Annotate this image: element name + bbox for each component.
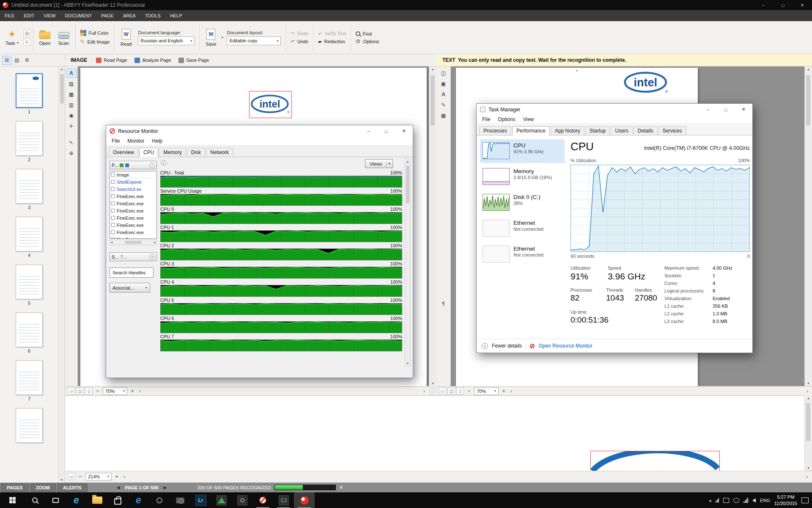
tab-details[interactable]: Details [634, 126, 658, 135]
document-language-select[interactable]: Russian and English▾ [138, 36, 195, 45]
sidebar-item-memory[interactable]: Memory2.8/15.9 GB (18%) [480, 165, 565, 189]
page-thumbnail[interactable] [16, 312, 43, 347]
process-checkbox[interactable] [111, 180, 115, 184]
alerts-tab-button[interactable]: ALERTS [57, 483, 88, 492]
scroll-down-icon[interactable]: ▾ [61, 478, 63, 482]
minimize-button[interactable]: − [754, 0, 773, 10]
cancel-recognition-button[interactable]: ✕ [339, 485, 343, 490]
menu-file[interactable]: File [478, 116, 494, 122]
maximize-button[interactable]: □ [377, 125, 395, 137]
tab-memory[interactable]: Memory [159, 148, 186, 157]
taskbar-internet-explorer[interactable]: e [128, 492, 149, 508]
actual-size-button[interactable]: ▯ [85, 387, 93, 395]
scrollbar-thumb[interactable] [406, 166, 409, 204]
page-thumbnail[interactable] [16, 265, 43, 299]
image-area-tool[interactable]: ▨ [66, 79, 77, 88]
process-row[interactable]: FineExec.exe [110, 229, 156, 236]
task-history-button[interactable]: ↻ [23, 39, 31, 46]
text-area-tool[interactable]: A [66, 69, 77, 78]
start-button[interactable] [0, 492, 25, 508]
editor-scrollbar[interactable]: ▴ ▾ [804, 395, 812, 471]
scroll-left-icon[interactable]: ‹ [510, 388, 512, 394]
taskbar-search-button[interactable] [25, 492, 45, 508]
tab-services[interactable]: Services [658, 126, 686, 135]
scroll-up-icon[interactable]: ▴ [61, 67, 63, 71]
options-button[interactable]: ⚙Options [353, 38, 382, 45]
text-zoom-select[interactable]: 70%▾ [474, 387, 499, 395]
process-row[interactable]: SearchUI.ex [110, 185, 156, 193]
resource-monitor-window[interactable]: Resource Monitor − □ ✕ File Monitor Help… [106, 125, 413, 378]
page-thumbnail[interactable] [16, 217, 43, 251]
find-button[interactable]: Find [353, 30, 382, 38]
menu-page[interactable]: PAGE [96, 13, 118, 18]
page-thumbnail-8-partial[interactable] [0, 408, 58, 443]
scroll-up-icon[interactable]: ▴ [807, 396, 809, 400]
menu-options[interactable]: Options [494, 116, 519, 122]
scroll-right-icon[interactable]: › [807, 388, 808, 394]
processes-section-header[interactable]: P... ∧ [110, 161, 157, 169]
page-thumbnail-5[interactable]: 5 [0, 265, 58, 306]
taskbar-file-explorer[interactable] [87, 492, 107, 508]
document-layout-select[interactable]: Editable copy▾ [227, 36, 281, 45]
menu-file[interactable]: FILE [0, 13, 19, 18]
taskbar-resource-monitor[interactable] [252, 492, 273, 508]
scroll-up-icon[interactable]: ▴ [407, 160, 409, 163]
undo-button[interactable]: ↶Undo [288, 38, 311, 46]
text-editor-pane[interactable] [65, 395, 804, 471]
resmon-titlebar[interactable]: Resource Monitor − □ ✕ [106, 125, 413, 137]
security-icon[interactable] [723, 498, 729, 503]
menu-tools[interactable]: TOOLS [140, 13, 165, 18]
graph-panel-toggle[interactable]: ▸ [161, 160, 167, 166]
menu-file[interactable]: File [108, 138, 123, 144]
tab-cpu[interactable]: CPU [139, 148, 158, 157]
sidebar-item-ethernet-1[interactable]: EthernetNot connected [480, 217, 565, 240]
select-tool[interactable]: ↖ [66, 138, 77, 147]
pages-tab-button[interactable]: PAGES [1, 483, 29, 492]
scrollbar-thumb[interactable] [806, 75, 810, 126]
fit-page-button[interactable]: ▭ [67, 387, 75, 395]
recognition-area-tool[interactable]: ◉ [66, 111, 77, 120]
maximize-button[interactable]: □ [717, 104, 735, 115]
expand-icon[interactable]: ▾ [149, 254, 155, 260]
process-checkbox[interactable] [111, 194, 115, 198]
page-thumbnail[interactable] [16, 408, 43, 443]
tab-network[interactable]: Network [206, 148, 233, 157]
search-handles-box[interactable]: Search Handles [110, 268, 154, 278]
scroll-left-icon[interactable]: ‹ [139, 388, 141, 394]
editor-zoom-select[interactable]: 214%▾ [85, 473, 112, 480]
table-tool[interactable]: ▦ [439, 111, 449, 120]
page-layout-button[interactable]: ▭ [68, 473, 75, 480]
page-thumbnail-2[interactable]: 2 [0, 121, 58, 162]
pages-settings-button[interactable]: ⚙ [22, 56, 32, 65]
scroll-down-icon[interactable]: ▾ [407, 362, 409, 365]
scroll-up-icon[interactable]: ▴ [807, 67, 809, 71]
activity-icon[interactable] [716, 498, 719, 502]
taskman-titlebar[interactable]: Task Manager − □ ✕ [477, 104, 752, 115]
edit-text-tool[interactable]: ✎ [439, 100, 449, 110]
save-page-button[interactable]: Save Page [175, 54, 213, 66]
taskbar-capture-app[interactable] [232, 492, 252, 508]
process-checkbox[interactable] [111, 187, 115, 191]
fit-width-button[interactable]: ◫ [76, 387, 84, 395]
fewer-details-button[interactable]: Fewer details [492, 343, 522, 349]
page-thumbnail[interactable] [16, 73, 43, 108]
thumbnails-view-button[interactable]: ⊞ [2, 56, 11, 65]
taskbar-clock[interactable]: 5:27 PM 11/20/2015 [774, 494, 797, 506]
process-row[interactable]: FineExec.exe [110, 214, 156, 221]
text-hscroll-track[interactable]: ‹› [509, 388, 810, 394]
tab-users[interactable]: Users [611, 126, 632, 135]
process-checkbox[interactable] [111, 223, 115, 227]
scroll-right-icon[interactable]: › [806, 474, 808, 480]
taskbar-task-manager[interactable] [273, 492, 294, 508]
image-scrollbar[interactable]: ▴ ▾ [429, 66, 436, 386]
associated-handles-button[interactable]: Associat...▾ [110, 283, 150, 293]
tab-performance[interactable]: Performance [512, 126, 550, 135]
image-intel-logo-area[interactable]: intel ® [249, 91, 292, 118]
menu-view[interactable]: View [519, 116, 538, 122]
text-scrollbar[interactable]: ▴ ▾ [804, 66, 812, 386]
adjust-borders-tool[interactable]: ✛ [66, 121, 77, 131]
open-resource-monitor-link[interactable]: Open Resource Monitor [538, 343, 592, 349]
close-button[interactable]: ✕ [735, 104, 752, 115]
volume-icon[interactable] [752, 498, 756, 502]
full-color-button[interactable]: Full Color [78, 29, 112, 37]
